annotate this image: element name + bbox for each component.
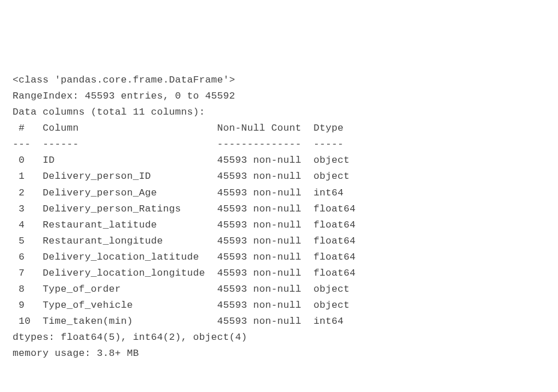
row-col: Delivery_person_ID — [43, 171, 151, 182]
row-nn: 45593 non-null — [217, 316, 301, 327]
row-col: Delivery_person_Age — [43, 187, 158, 198]
row-dtype: float64 — [313, 252, 356, 262]
row-col: Delivery_person_Ratings — [43, 203, 182, 214]
row-idx: 2 — [13, 187, 25, 198]
row-idx: 1 — [13, 171, 25, 182]
row-dtype: float64 — [313, 203, 356, 214]
row-dtype: object — [313, 284, 349, 295]
class-line: <class 'pandas.core.frame.DataFrame'> — [13, 75, 235, 85]
row-col: ID — [43, 155, 55, 166]
row-idx: 0 — [13, 155, 25, 166]
row-col: Delivery_location_longitude — [43, 268, 206, 279]
dataframe-info-output: <class 'pandas.core.frame.DataFrame'> Ra… — [13, 72, 545, 362]
dtypes-line: dtypes: float64(5), int64(2), object(4) — [13, 332, 247, 343]
data-columns-header-line: Data columns (total 11 columns): — [13, 107, 205, 117]
row-dtype: float64 — [313, 219, 356, 230]
divider-nn: -------------- — [217, 139, 301, 150]
row-idx: 4 — [13, 219, 25, 230]
row-nn: 45593 non-null — [217, 300, 301, 311]
row-dtype: object — [313, 155, 349, 166]
range-index-line: RangeIndex: 45593 entries, 0 to 45592 — [13, 91, 235, 101]
row-nn: 45593 non-null — [217, 171, 301, 182]
divider-dtype: ----- — [313, 139, 344, 150]
row-idx: 3 — [13, 203, 25, 214]
header-col: Column — [43, 123, 79, 134]
row-nn: 45593 non-null — [217, 268, 301, 279]
header-nn: Non-Null Count — [217, 123, 301, 134]
row-idx: 7 — [13, 268, 25, 279]
row-dtype: object — [313, 171, 349, 182]
row-col: Type_of_vehicle — [43, 300, 133, 311]
row-dtype: float64 — [313, 236, 356, 246]
row-dtype: float64 — [313, 268, 356, 279]
divider-idx: --- — [13, 139, 31, 150]
row-col: Restaurant_longitude — [43, 236, 163, 246]
row-idx: 9 — [13, 300, 25, 311]
row-col: Restaurant_latitude — [43, 219, 158, 230]
row-col: Type_of_order — [43, 284, 121, 295]
divider-col: ------ — [43, 139, 79, 150]
row-nn: 45593 non-null — [217, 284, 301, 295]
row-nn: 45593 non-null — [217, 219, 301, 230]
row-nn: 45593 non-null — [217, 203, 301, 214]
row-dtype: object — [313, 300, 349, 311]
row-nn: 45593 non-null — [217, 236, 301, 246]
row-nn: 45593 non-null — [217, 252, 301, 262]
row-dtype: int64 — [313, 316, 344, 327]
memory-line: memory usage: 3.8+ MB — [13, 348, 139, 359]
header-dtype: Dtype — [313, 123, 344, 134]
row-nn: 45593 non-null — [217, 187, 301, 198]
row-nn: 45593 non-null — [217, 155, 301, 166]
row-idx: 6 — [13, 252, 25, 262]
row-idx: 10 — [13, 316, 31, 327]
row-idx: 5 — [13, 236, 25, 246]
row-dtype: int64 — [313, 187, 344, 198]
header-idx: # — [13, 123, 25, 134]
row-col: Time_taken(min) — [43, 316, 133, 327]
row-idx: 8 — [13, 284, 25, 295]
row-col: Delivery_location_latitude — [43, 252, 199, 262]
